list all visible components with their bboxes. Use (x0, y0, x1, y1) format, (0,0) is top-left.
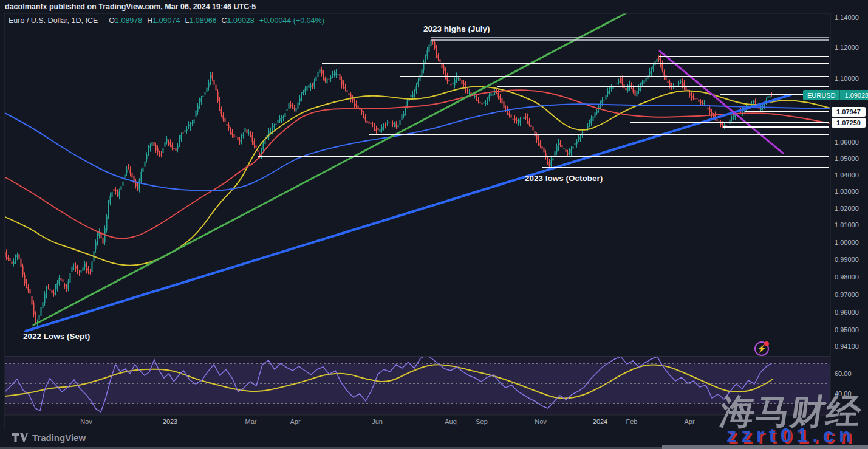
tradingview-published-chart: dacolmanfx published on TradingView.com,… (0, 0, 868, 449)
uptrend-from-2022-lows-blue[interactable] (26, 95, 791, 331)
price-axis-label: 1.10000 (835, 75, 859, 82)
rsi-axis-label: 60.00 (835, 370, 852, 377)
ohlc-value: 1.09028 (227, 16, 255, 25)
reactions-flash-button[interactable]: ⚡ (754, 341, 769, 356)
time-axis-label: 2024 (593, 418, 607, 425)
price-level-box: 1.07250 (832, 118, 866, 128)
time-axis-label: Feb (626, 418, 638, 425)
time-axis-label: Nov (80, 418, 92, 425)
time-axis-label: Nov (535, 418, 547, 425)
ohlc-label: O (109, 16, 115, 25)
price-chart-canvas[interactable] (0, 0, 868, 449)
ohlc-label: H (147, 16, 152, 25)
tradingview-logo[interactable]: TradingView (12, 433, 86, 443)
chart-legend[interactable]: Euro / U.S. Dollar, 1D, ICEO1.08978H1.09… (9, 16, 324, 25)
time-axis-label: Mar (245, 418, 257, 425)
notification-dot (764, 341, 769, 346)
price-level-box: 1.07947 (832, 107, 866, 117)
tradingview-logo-icon (12, 433, 28, 442)
rsi-axis-label: 40.00 (835, 390, 852, 397)
price-axis-label: 1.01000 (835, 221, 859, 228)
ohlc-values: O1.08978H1.09074L1.08966C1.09028 (104, 16, 255, 25)
price-axis-label: 1.06000 (835, 139, 859, 146)
change-value: +0.00044 (+0.04%) (259, 16, 324, 25)
ma-blue[interactable] (5, 104, 830, 191)
price-axis-label: 1.05000 (835, 155, 859, 162)
price-axis-label: 1.03000 (835, 188, 859, 195)
ohlc-label: C (222, 16, 227, 25)
price-axis-label: 0.95000 (835, 326, 859, 334)
price-axis-label: 0.98000 (835, 273, 859, 281)
price-axis-label: 1.12000 (835, 44, 859, 51)
attribution-text: dacolmanfx published on TradingView.com,… (5, 2, 256, 11)
annotation-2023-lows: 2023 lows (October) (525, 174, 603, 183)
price-axis-label: 1.02000 (835, 205, 859, 212)
candlestick-series (6, 37, 773, 326)
time-axis-label: Aug (445, 418, 457, 425)
price-axis-label: 1.04000 (835, 171, 859, 179)
watermark-strip (662, 445, 868, 449)
badge-price: 1.09028 (839, 90, 868, 100)
price-axis-label: 1.14000 (835, 14, 859, 21)
uptrend-from-2022-lows-green[interactable] (33, 13, 626, 325)
time-axis-label: Apr (290, 418, 300, 425)
ohlc-value: 1.08966 (189, 16, 216, 25)
badge-symbol: EURUSD (803, 90, 839, 100)
ohlc-value: 1.08978 (115, 16, 142, 25)
annotation-2022-lows: 2022 Lows (Sept) (23, 332, 90, 341)
time-axis-label: Apr (684, 418, 694, 425)
annotation-2023-highs: 2023 highs (July) (423, 24, 490, 33)
price-axis-label: 0.96000 (835, 309, 859, 316)
symbol-title: Euro / U.S. Dollar, 1D, ICE (9, 16, 98, 25)
ma-red[interactable] (5, 90, 830, 238)
time-axis-label: 2023 (163, 418, 177, 425)
price-axis-label: 0.94100 (835, 343, 859, 350)
time-axis-label: Jun (372, 418, 383, 425)
time-axis-label: Sep (476, 418, 488, 425)
price-axis-label: 1.00000 (835, 239, 859, 246)
tradingview-logo-text: TradingView (32, 433, 86, 443)
price-axis-label: 0.97000 (835, 291, 859, 298)
lightning-bolt-icon: ⚡ (757, 345, 767, 352)
ohlc-value: 1.09074 (152, 16, 180, 25)
price-axis-label: 0.99000 (835, 256, 859, 263)
current-price-badge: EURUSD 1.09028 (803, 90, 868, 100)
